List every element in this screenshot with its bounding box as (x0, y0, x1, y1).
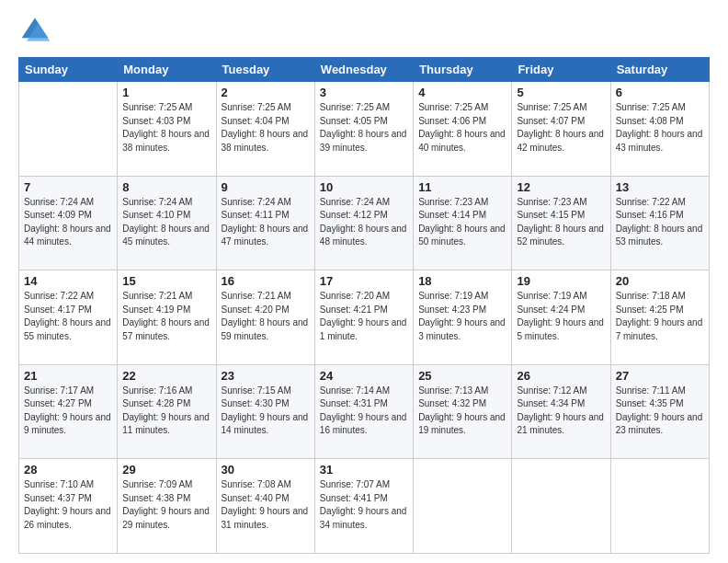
day-number: 25 (418, 369, 506, 383)
day-number: 24 (320, 369, 408, 383)
calendar-cell: 27Sunrise: 7:11 AMSunset: 4:35 PMDayligh… (610, 364, 709, 459)
calendar-cell: 5Sunrise: 7:25 AMSunset: 4:07 PMDaylight… (512, 82, 610, 177)
day-number: 7 (24, 180, 112, 194)
calendar-cell: 15Sunrise: 7:21 AMSunset: 4:19 PMDayligh… (118, 270, 216, 365)
cell-info: Sunrise: 7:09 AMSunset: 4:38 PMDaylight:… (122, 478, 210, 532)
day-number: 1 (122, 86, 210, 99)
calendar-week-2: 7Sunrise: 7:24 AMSunset: 4:09 PMDaylight… (19, 176, 710, 270)
calendar-cell: 25Sunrise: 7:13 AMSunset: 4:32 PMDayligh… (414, 364, 512, 459)
day-number: 31 (320, 463, 408, 477)
day-number: 6 (616, 86, 704, 99)
cell-info: Sunrise: 7:08 AMSunset: 4:40 PMDaylight:… (222, 478, 310, 532)
header-wednesday: Wednesday (314, 58, 413, 82)
cell-info: Sunrise: 7:24 AMSunset: 4:10 PMDaylight:… (122, 196, 210, 249)
calendar-cell: 14Sunrise: 7:22 AMSunset: 4:17 PMDayligh… (19, 270, 118, 365)
calendar-cell: 23Sunrise: 7:15 AMSunset: 4:30 PMDayligh… (216, 364, 314, 459)
cell-info: Sunrise: 7:25 AMSunset: 4:05 PMDaylight:… (320, 101, 408, 155)
header-thursday: Thursday (414, 58, 512, 82)
cell-info: Sunrise: 7:12 AMSunset: 4:34 PMDaylight:… (517, 385, 605, 438)
day-number: 26 (517, 369, 605, 383)
day-number: 16 (222, 274, 310, 288)
cell-info: Sunrise: 7:23 AMSunset: 4:15 PMDaylight:… (517, 196, 605, 249)
header-friday: Friday (512, 58, 610, 82)
day-number: 27 (616, 369, 704, 383)
cell-info: Sunrise: 7:10 AMSunset: 4:37 PMDaylight:… (24, 478, 112, 532)
cell-info: Sunrise: 7:20 AMSunset: 4:21 PMDaylight:… (320, 290, 408, 343)
header-monday: Monday (118, 58, 216, 82)
cell-info: Sunrise: 7:19 AMSunset: 4:24 PMDaylight:… (517, 290, 605, 343)
cell-info: Sunrise: 7:07 AMSunset: 4:41 PMDaylight:… (320, 478, 408, 532)
cell-info: Sunrise: 7:21 AMSunset: 4:19 PMDaylight:… (122, 290, 210, 343)
calendar-cell: 9Sunrise: 7:24 AMSunset: 4:11 PMDaylight… (216, 176, 314, 270)
cell-info: Sunrise: 7:22 AMSunset: 4:16 PMDaylight:… (616, 196, 704, 249)
day-number: 21 (24, 369, 112, 383)
header-saturday: Saturday (610, 58, 709, 82)
calendar-cell: 24Sunrise: 7:14 AMSunset: 4:31 PMDayligh… (314, 364, 413, 459)
day-number: 14 (24, 274, 112, 288)
cell-info: Sunrise: 7:17 AMSunset: 4:27 PMDaylight:… (24, 385, 112, 438)
calendar-page: SundayMondayTuesdayWednesdayThursdayFrid… (0, 0, 728, 563)
calendar-cell: 18Sunrise: 7:19 AMSunset: 4:23 PMDayligh… (414, 270, 512, 365)
day-number: 29 (122, 463, 210, 477)
day-number: 2 (222, 86, 310, 99)
cell-info: Sunrise: 7:22 AMSunset: 4:17 PMDaylight:… (24, 290, 112, 343)
day-number: 17 (320, 274, 408, 288)
calendar-cell (414, 459, 512, 554)
cell-info: Sunrise: 7:18 AMSunset: 4:25 PMDaylight:… (616, 290, 704, 343)
calendar-cell: 13Sunrise: 7:22 AMSunset: 4:16 PMDayligh… (610, 176, 709, 270)
header-tuesday: Tuesday (216, 58, 314, 82)
day-number: 5 (517, 86, 605, 99)
calendar-week-5: 28Sunrise: 7:10 AMSunset: 4:37 PMDayligh… (19, 459, 710, 554)
day-number: 8 (122, 180, 210, 194)
calendar-cell: 10Sunrise: 7:24 AMSunset: 4:12 PMDayligh… (314, 176, 413, 270)
calendar-cell (512, 459, 610, 554)
day-number: 3 (320, 86, 408, 99)
calendar-cell: 8Sunrise: 7:24 AMSunset: 4:10 PMDaylight… (118, 176, 216, 270)
calendar-cell: 29Sunrise: 7:09 AMSunset: 4:38 PMDayligh… (118, 459, 216, 554)
calendar-cell: 6Sunrise: 7:25 AMSunset: 4:08 PMDaylight… (610, 82, 709, 177)
calendar-cell: 12Sunrise: 7:23 AMSunset: 4:15 PMDayligh… (512, 176, 610, 270)
calendar-week-4: 21Sunrise: 7:17 AMSunset: 4:27 PMDayligh… (19, 364, 710, 459)
calendar-cell: 16Sunrise: 7:21 AMSunset: 4:20 PMDayligh… (216, 270, 314, 365)
calendar-week-3: 14Sunrise: 7:22 AMSunset: 4:17 PMDayligh… (19, 270, 710, 365)
calendar-cell: 2Sunrise: 7:25 AMSunset: 4:04 PMDaylight… (216, 82, 314, 177)
day-number: 15 (122, 274, 210, 288)
calendar-table: SundayMondayTuesdayWednesdayThursdayFrid… (18, 57, 710, 554)
cell-info: Sunrise: 7:25 AMSunset: 4:08 PMDaylight:… (616, 101, 704, 155)
day-number: 12 (517, 180, 605, 194)
calendar-cell: 26Sunrise: 7:12 AMSunset: 4:34 PMDayligh… (512, 364, 610, 459)
calendar-week-1: 1Sunrise: 7:25 AMSunset: 4:03 PMDaylight… (19, 82, 710, 177)
day-number: 30 (222, 463, 310, 477)
calendar-cell: 28Sunrise: 7:10 AMSunset: 4:37 PMDayligh… (19, 459, 118, 554)
cell-info: Sunrise: 7:15 AMSunset: 4:30 PMDaylight:… (222, 385, 310, 438)
logo-icon (18, 15, 51, 48)
calendar-cell: 22Sunrise: 7:16 AMSunset: 4:28 PMDayligh… (118, 364, 216, 459)
cell-info: Sunrise: 7:21 AMSunset: 4:20 PMDaylight:… (222, 290, 310, 343)
calendar-cell: 3Sunrise: 7:25 AMSunset: 4:05 PMDaylight… (314, 82, 413, 177)
cell-info: Sunrise: 7:25 AMSunset: 4:04 PMDaylight:… (222, 101, 310, 155)
calendar-cell: 7Sunrise: 7:24 AMSunset: 4:09 PMDaylight… (19, 176, 118, 270)
calendar-cell: 17Sunrise: 7:20 AMSunset: 4:21 PMDayligh… (314, 270, 413, 365)
calendar-cell: 1Sunrise: 7:25 AMSunset: 4:03 PMDaylight… (118, 82, 216, 177)
cell-info: Sunrise: 7:24 AMSunset: 4:11 PMDaylight:… (222, 196, 310, 249)
day-number: 10 (320, 180, 408, 194)
cell-info: Sunrise: 7:11 AMSunset: 4:35 PMDaylight:… (616, 385, 704, 438)
cell-info: Sunrise: 7:25 AMSunset: 4:03 PMDaylight:… (122, 101, 210, 155)
day-number: 9 (222, 180, 310, 194)
day-number: 4 (418, 86, 506, 99)
day-number: 18 (418, 274, 506, 288)
day-number: 23 (222, 369, 310, 383)
cell-info: Sunrise: 7:13 AMSunset: 4:32 PMDaylight:… (418, 385, 506, 438)
day-number: 11 (418, 180, 506, 194)
calendar-cell (610, 459, 709, 554)
day-number: 13 (616, 180, 704, 194)
day-number: 20 (616, 274, 704, 288)
logo (18, 15, 57, 48)
calendar-header-row: SundayMondayTuesdayWednesdayThursdayFrid… (19, 58, 710, 82)
day-number: 22 (122, 369, 210, 383)
cell-info: Sunrise: 7:16 AMSunset: 4:28 PMDaylight:… (122, 385, 210, 438)
cell-info: Sunrise: 7:23 AMSunset: 4:14 PMDaylight:… (418, 196, 506, 249)
calendar-cell: 11Sunrise: 7:23 AMSunset: 4:14 PMDayligh… (414, 176, 512, 270)
calendar-cell: 4Sunrise: 7:25 AMSunset: 4:06 PMDaylight… (414, 82, 512, 177)
calendar-cell: 21Sunrise: 7:17 AMSunset: 4:27 PMDayligh… (19, 364, 118, 459)
